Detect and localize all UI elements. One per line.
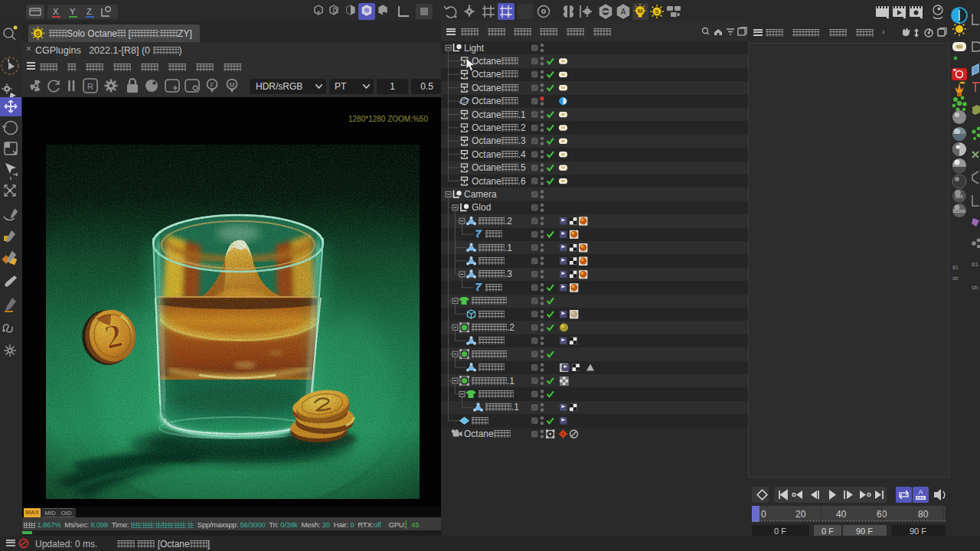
svg-text:R: R [87,82,93,91]
svg-text:81: 81 [952,265,959,270]
svg-text:A: A [918,488,923,496]
svg-text:S: S [35,29,40,37]
svg-text:0: 0 [761,509,766,520]
svg-text:Z: Z [87,7,92,16]
svg-text:MIX: MIX [956,194,963,199]
svg-text:90 F: 90 F [910,527,926,536]
svg-text:S: S [655,8,659,15]
svg-text:0 F: 0 F [822,527,834,536]
svg-text:BLEND: BLEND [953,210,966,214]
svg-text:Y: Y [70,7,76,16]
svg-text:90 F: 90 F [856,527,873,536]
svg-text:80: 80 [918,509,929,520]
svg-text:40: 40 [836,509,847,520]
svg-text:A: A [621,8,626,16]
svg-text:X: X [53,7,59,16]
svg-text:0 F: 0 F [774,527,786,536]
svg-text:M: M [229,81,234,89]
svg-text:81: 81 [972,261,978,268]
svg-text:sb: sb [952,276,959,281]
svg-text:M: M [638,8,643,15]
svg-text:20: 20 [795,509,806,520]
svg-text:F: F [210,81,214,89]
svg-text:sb: sb [972,284,978,291]
